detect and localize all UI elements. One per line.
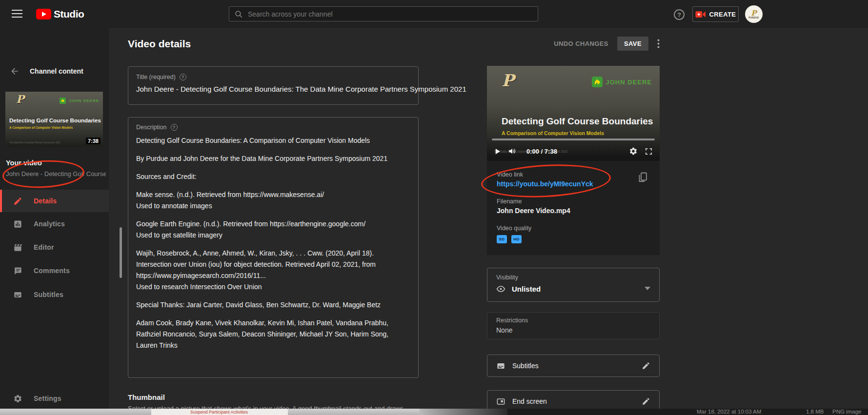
thumbnail-heading: Thumbnail [128, 393, 165, 401]
search-bar[interactable] [229, 6, 538, 21]
player-settings-icon[interactable] [629, 147, 638, 156]
selected-indicator [0, 190, 2, 212]
create-video-icon [695, 11, 706, 18]
description-field-label: Description [136, 124, 167, 131]
video-link[interactable]: https://youtu.be/yMI9ecunYck [497, 180, 593, 188]
video-player: P JOHN DEERE Detecting Golf Course Bound… [487, 66, 660, 161]
sidebar-item-details[interactable]: Details [0, 190, 109, 212]
deer-icon [592, 77, 603, 87]
video-info-panel: Video link https://youtu.be/yMI9ecunYck … [487, 161, 660, 255]
restrictions-label: Restrictions [496, 317, 650, 324]
back-to-channel-content[interactable]: Channel content [0, 65, 109, 78]
slide-subtitle: A Comparison of Computer Vision Models [9, 126, 73, 129]
subtitles-card[interactable]: Subtitles [487, 355, 660, 377]
header-actions: UNDO CHANGES SAVE [556, 36, 660, 51]
sidebar-item-editor[interactable]: Editor [0, 236, 109, 258]
end-screen-card-label: End screen [512, 397, 635, 405]
sidebar-item-label: Editor [34, 243, 54, 251]
sidebar-item-label: Comments [34, 267, 70, 275]
create-button[interactable]: CREATE [692, 6, 739, 22]
description-paragraph: Special Thanks: Jarai Carter, David Glas… [136, 299, 410, 311]
menu-icon[interactable] [12, 10, 22, 18]
john-deere-wordmark: JOHN DEERE [606, 79, 652, 86]
progress-bar[interactable] [492, 138, 655, 140]
slide-subtitle: A Comparison of Computer Vision Models [502, 130, 604, 136]
bottom-window-strip: Suspend Participant Activities Mar 18, 2… [0, 409, 868, 415]
editor-icon [13, 242, 22, 252]
title-help-icon[interactable]: ? [180, 74, 186, 80]
pencil-icon [13, 196, 22, 206]
avatar-monogram: P [751, 10, 756, 17]
your-video-label: Your video [6, 159, 42, 167]
subtitles-card-label: Subtitles [512, 362, 635, 370]
purdue-logo: P [502, 71, 514, 90]
john-deere-logo: JOHN DEERE [60, 98, 99, 104]
purdue-logo: P [16, 93, 24, 105]
youtube-studio-app: Studio ? CREATE P PURDUE [0, 0, 868, 415]
help-icon[interactable]: ? [674, 9, 685, 20]
description-paragraph: Wajih, Rosebrock, A., Anne, Ahmed, W., K… [136, 248, 410, 293]
description-paragraph: Make sense. (n.d.). Retrieved from https… [136, 189, 410, 212]
fullscreen-icon[interactable] [645, 147, 653, 156]
description-paragraph: By Purdue and John Deere for the Data Mi… [136, 153, 410, 164]
sidebar-item-label: Details [34, 197, 57, 205]
sidebar-item-label: Subtitles [34, 291, 63, 298]
filename-label: Filename [497, 198, 522, 205]
save-button[interactable]: SAVE [617, 37, 648, 51]
copy-icon[interactable] [637, 172, 649, 185]
youtube-studio-logo[interactable]: Studio [36, 8, 84, 20]
search-icon [234, 10, 243, 19]
time-display: 0:00 / 7:38 [526, 148, 557, 155]
video-quality-label: Video quality [497, 225, 531, 232]
slide-title: Detecting Golf Course Boundaries [9, 118, 101, 123]
quality-badges: SD HD [497, 235, 522, 243]
comments-icon [13, 266, 22, 276]
avatar-caption: PURDUE [748, 17, 759, 19]
undo-changes-button[interactable]: UNDO CHANGES [554, 40, 608, 47]
restrictions-value: None [496, 326, 650, 334]
play-icon[interactable] [494, 148, 501, 155]
title-field[interactable]: Title (required) ? John Deere - Detectin… [128, 66, 419, 105]
description-field[interactable]: Description ? Detecting Golf Course Boun… [128, 117, 419, 378]
sidebar-item-subtitles[interactable]: Subtitles [0, 283, 109, 306]
file-info-bar: Mar 18, 2022 at 10:03 AM 1.8 MB PNG imag… [507, 409, 868, 415]
chevron-down-icon[interactable] [645, 287, 650, 290]
restrictions-field: Restrictions None [487, 312, 660, 339]
end-screen-icon [496, 397, 505, 406]
deer-icon [60, 98, 66, 104]
sidebar-item-analytics[interactable]: Analytics [0, 213, 109, 235]
visibility-label: Visibility [496, 274, 518, 281]
description-help-icon[interactable]: ? [171, 124, 178, 131]
strip-gradient [420, 409, 507, 415]
visibility-value: Unlisted [512, 285, 541, 293]
john-deere-logo: JOHN DEERE [592, 77, 652, 87]
volume-icon[interactable] [508, 147, 517, 156]
subtitles-icon [13, 290, 22, 299]
search-input[interactable] [248, 10, 533, 18]
analytics-icon [13, 219, 22, 229]
gear-icon [13, 394, 22, 403]
visibility-dropdown[interactable]: Visibility Unlisted [487, 268, 660, 302]
description-paragraph: Adam Cook, Brady Kane, Vivek Khanolkar, … [136, 317, 410, 351]
sidebar-item-label: Analytics [34, 220, 65, 228]
sidebar-item-label: Settings [34, 395, 61, 402]
sidebar-item-settings[interactable]: Settings [0, 387, 109, 410]
description-paragraph: Sources and Credit: [136, 171, 410, 182]
john-deere-wordmark: JOHN DEERE [69, 99, 99, 103]
account-avatar[interactable]: P PURDUE [745, 5, 763, 23]
subtitles-icon [496, 361, 505, 371]
slide-title: Detecting Golf Course Boundaries [502, 116, 653, 127]
more-options-icon[interactable] [657, 39, 660, 48]
scrollbar-thumb[interactable] [120, 227, 122, 278]
top-bar: Studio ? CREATE P PURDUE [0, 0, 868, 28]
edit-pencil-icon[interactable] [642, 397, 650, 406]
sidebar-item-comments[interactable]: Comments [0, 259, 109, 282]
filename-value: John Deere Video.mp4 [497, 207, 570, 215]
video-thumbnail-preview: P JOHN DEERE Detecting Golf Course Bound… [5, 92, 103, 147]
edit-pencil-icon[interactable] [642, 361, 650, 370]
eye-icon [496, 284, 505, 294]
your-video-title: John Deere - Detecting Golf Course ... [6, 170, 106, 178]
file-date: Mar 18, 2022 at 10:03 AM [697, 409, 761, 415]
create-button-label: CREATE [709, 11, 736, 18]
suspend-activities-text: Suspend Participant Activities [190, 410, 248, 415]
